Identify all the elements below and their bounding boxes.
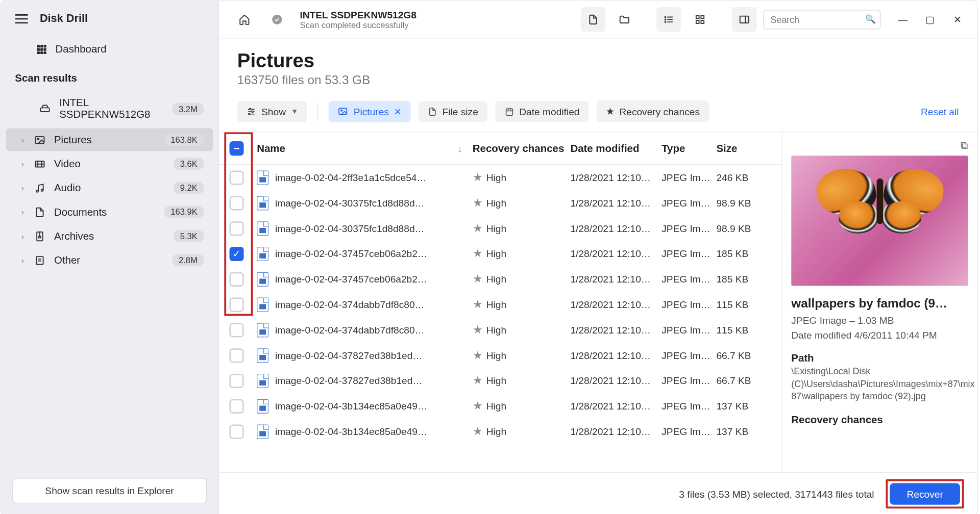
recovery-value: High xyxy=(486,426,506,437)
show-in-explorer-button[interactable]: Show scan results in Explorer xyxy=(12,478,207,503)
topbar-status: Scan completed successfully xyxy=(300,20,573,30)
view-list-button[interactable] xyxy=(656,7,681,32)
table-row[interactable]: image-0-02-04-37827ed38b1ed…★High1/28/20… xyxy=(219,368,781,394)
file-name: image-0-02-04-37827ed38b1ed… xyxy=(275,375,423,387)
sidebar-item-badge: 163.8K xyxy=(164,134,204,146)
star-icon: ★ xyxy=(473,298,482,311)
table-row[interactable]: image-0-02-04-374dabb7df8c80…★High1/28/2… xyxy=(219,292,781,317)
preview-meta-date: Date modified 4/6/2011 10:44 PM xyxy=(791,329,968,341)
col-date[interactable]: Date modified xyxy=(570,142,662,154)
svg-rect-26 xyxy=(740,16,749,23)
star-icon: ★ xyxy=(473,247,482,260)
sidebar-item-other[interactable]: ›Other2.8M xyxy=(6,249,213,272)
documents-icon xyxy=(33,206,46,218)
chevron-right-icon: › xyxy=(20,184,26,192)
reset-all-link[interactable]: Reset all xyxy=(921,106,959,117)
svg-point-35 xyxy=(341,110,342,111)
table-row[interactable]: image-0-02-04-30375fc1d8d88d…★High1/28/2… xyxy=(219,216,781,241)
svg-point-16 xyxy=(665,17,666,18)
row-checkbox[interactable] xyxy=(230,297,244,312)
table-row[interactable]: image-0-02-04-30375fc1d8d88d…★High1/28/2… xyxy=(219,190,781,216)
drive-icon xyxy=(38,103,52,115)
row-checkbox[interactable] xyxy=(230,323,244,337)
row-checkbox[interactable] xyxy=(230,221,244,236)
window-close-button[interactable]: ✕ xyxy=(951,14,964,25)
table-header: − Name↓ Recovery chances Date modified T… xyxy=(219,132,781,165)
filter-chip-recovery[interactable]: ★ Recovery chances xyxy=(597,100,709,122)
table-row[interactable]: image-0-02-04-3b134ec85a0e49…★High1/28/2… xyxy=(219,393,781,419)
row-checkbox[interactable] xyxy=(230,399,244,413)
sidebar-item-audio[interactable]: ›Audio9.2K xyxy=(6,176,213,199)
sidebar-item-drive[interactable]: INTEL SSDPEKNW512G8 3.2M xyxy=(6,92,213,125)
file-icon xyxy=(257,246,268,261)
preview-path-label: Path xyxy=(791,352,968,364)
star-icon: ★ xyxy=(473,197,482,209)
close-icon[interactable]: ✕ xyxy=(394,107,401,116)
svg-point-20 xyxy=(665,21,666,22)
table-row[interactable]: image-0-02-04-37827ed38b1ed…★High1/28/20… xyxy=(219,343,781,368)
filter-chip-date[interactable]: Date modified xyxy=(495,100,589,122)
filter-chip-pictures[interactable]: Pictures ✕ xyxy=(329,100,410,122)
row-checkbox[interactable] xyxy=(230,348,244,363)
table-row[interactable]: image-0-02-04-3b134ec85a0e49…★High1/28/2… xyxy=(219,419,781,444)
sidebar-item-pictures[interactable]: ›Pictures163.8K xyxy=(6,128,213,151)
show-button[interactable]: Show ▼ xyxy=(237,100,307,122)
date-value: 1/28/2021 12:10… xyxy=(570,350,662,361)
size-value: 66.7 KB xyxy=(716,375,775,387)
sidebar-item-badge: 163.9K xyxy=(164,206,204,218)
table-row[interactable]: image-0-02-04-37457ceb06a2b2…★High1/28/2… xyxy=(219,266,781,292)
search-box[interactable]: 🔍 xyxy=(763,10,880,29)
col-size[interactable]: Size xyxy=(716,142,775,154)
home-button[interactable] xyxy=(232,7,257,32)
chip-label: Date modified xyxy=(519,106,579,117)
sidebar-item-badge: 3.6K xyxy=(174,158,204,170)
window-minimize-button[interactable]: — xyxy=(896,14,910,25)
search-input[interactable] xyxy=(763,10,880,29)
filetype-toggle[interactable] xyxy=(581,7,606,32)
recovery-value: High xyxy=(486,324,506,336)
row-checkbox[interactable] xyxy=(230,170,244,185)
date-value: 1/28/2021 12:10… xyxy=(570,400,662,412)
filter-chip-filesize[interactable]: File size xyxy=(418,100,487,122)
date-value: 1/28/2021 12:10… xyxy=(570,223,662,234)
sidebar-item-dashboard[interactable]: Dashboard xyxy=(1,37,218,63)
toggle-preview-button[interactable] xyxy=(732,7,757,32)
sidebar-item-label: Archives xyxy=(54,230,166,242)
table-row[interactable]: image-0-02-04-374dabb7df8c80…★High1/28/2… xyxy=(219,317,781,343)
row-checkbox[interactable]: ✓ xyxy=(230,246,244,261)
col-name[interactable]: Name↓ xyxy=(254,142,473,154)
row-checkbox[interactable] xyxy=(230,373,244,388)
drive-badge: 3.2M xyxy=(172,102,204,115)
file-name: image-0-02-04-37457ceb06a2b2… xyxy=(275,248,427,260)
col-recovery[interactable]: Recovery chances xyxy=(473,142,571,154)
sidebar-item-documents[interactable]: ›Documents163.9K xyxy=(6,200,213,223)
page-subtitle: 163750 files on 53.3 GB xyxy=(237,73,959,87)
table-row[interactable]: image-0-02-04-2ff3e1a1c5dce54…★High1/28/… xyxy=(219,165,781,190)
sidebar-item-archives[interactable]: ›Archives5.3K xyxy=(6,225,213,248)
preview-recovery-label: Recovery chances xyxy=(791,414,968,426)
row-checkbox[interactable] xyxy=(230,272,244,286)
file-name: image-0-02-04-37827ed38b1ed… xyxy=(275,350,423,361)
type-value: JPEG Im… xyxy=(662,426,716,437)
popout-icon[interactable]: ⧉ xyxy=(791,140,968,152)
size-value: 246 KB xyxy=(716,172,775,183)
svg-rect-11 xyxy=(39,236,41,238)
sidebar-item-video[interactable]: ›Video3.6K xyxy=(6,152,213,175)
sidebar-item-label: Documents xyxy=(54,206,156,218)
date-value: 1/28/2021 12:10… xyxy=(570,273,662,285)
recover-button[interactable]: Recover xyxy=(890,483,960,505)
row-checkbox[interactable] xyxy=(230,424,244,439)
folder-toggle[interactable] xyxy=(612,7,637,32)
select-all-checkbox[interactable]: − xyxy=(230,141,244,155)
file-name: image-0-02-04-374dabb7df8c80… xyxy=(275,324,425,336)
star-icon: ★ xyxy=(473,222,482,234)
window-maximize-button[interactable]: ▢ xyxy=(924,14,937,25)
menu-icon[interactable] xyxy=(15,14,28,23)
view-grid-button[interactable] xyxy=(688,7,713,32)
star-icon: ★ xyxy=(473,273,482,285)
col-type[interactable]: Type xyxy=(662,142,716,154)
date-value: 1/28/2021 12:10… xyxy=(570,248,662,260)
table-row[interactable]: ✓image-0-02-04-37457ceb06a2b2…★High1/28/… xyxy=(219,241,781,266)
row-checkbox[interactable] xyxy=(230,196,244,210)
status-check-icon xyxy=(264,7,289,32)
